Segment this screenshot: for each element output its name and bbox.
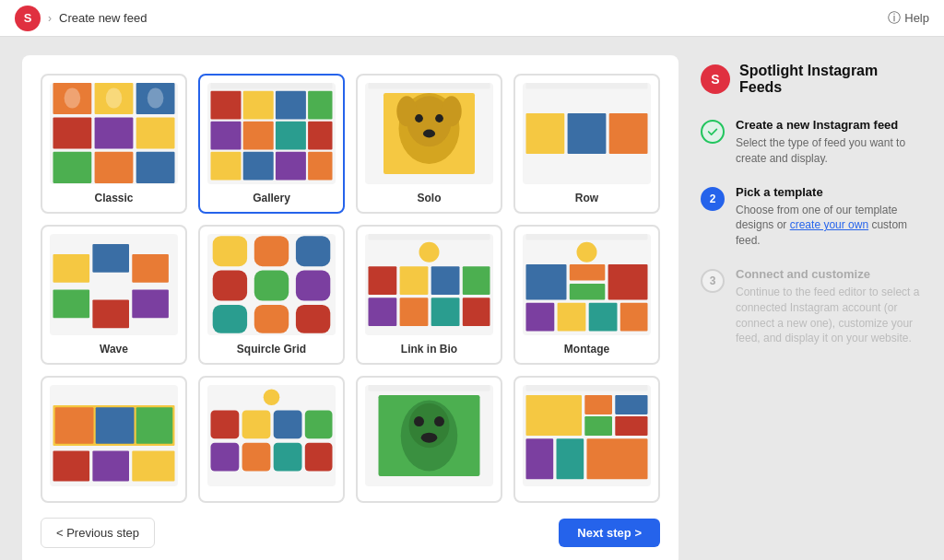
next-button[interactable]: Next step > — [559, 519, 660, 547]
svg-rect-61 — [431, 298, 460, 326]
svg-rect-65 — [526, 264, 567, 300]
template-name-classic: Classic — [94, 192, 133, 204]
panel-footer: < Previous step Next step > — [41, 518, 660, 548]
svg-rect-102 — [526, 438, 554, 479]
step-content-3: Connect and customize Continue to the fe… — [736, 267, 922, 346]
svg-rect-83 — [274, 411, 302, 439]
svg-rect-53 — [369, 234, 490, 240]
svg-rect-7 — [95, 152, 134, 183]
svg-rect-60 — [400, 298, 429, 326]
step-title-3: Connect and customize — [736, 267, 922, 281]
svg-rect-86 — [242, 443, 271, 472]
template-card-t9[interactable] — [41, 376, 187, 503]
template-card-t12[interactable] — [513, 376, 660, 503]
step-indicator-3: 3 — [701, 269, 725, 293]
svg-rect-57 — [431, 266, 460, 295]
svg-rect-24 — [308, 152, 332, 181]
svg-rect-98 — [584, 395, 612, 414]
help-button[interactable]: ⓘ Help — [888, 10, 929, 27]
svg-rect-88 — [305, 443, 333, 472]
template-preview-t12 — [523, 385, 651, 486]
svg-rect-15 — [276, 91, 306, 120]
svg-rect-21 — [211, 152, 242, 181]
sidebar: S Spotlight Instagram Feeds Create a new… — [701, 55, 922, 560]
svg-rect-67 — [570, 284, 606, 300]
svg-point-32 — [435, 114, 443, 122]
svg-point-95 — [421, 433, 438, 443]
svg-rect-42 — [92, 300, 129, 329]
svg-rect-96 — [526, 385, 648, 391]
steps-list: Create a new Instagram feed Select the t… — [701, 118, 922, 346]
sidebar-logo: S — [701, 64, 730, 94]
create-your-own-link[interactable]: create your own — [790, 218, 868, 231]
svg-rect-85 — [211, 443, 240, 472]
svg-rect-101 — [615, 416, 647, 436]
svg-point-54 — [419, 242, 440, 262]
svg-point-93 — [414, 416, 424, 426]
svg-rect-14 — [243, 91, 274, 120]
template-preview-montage — [523, 234, 651, 335]
svg-point-80 — [264, 389, 280, 405]
svg-rect-66 — [570, 264, 606, 281]
svg-rect-44 — [213, 236, 247, 266]
step-desc-3: Continue to the feed editor to select a … — [736, 285, 922, 346]
svg-rect-39 — [92, 244, 129, 273]
template-name-row: Row — [575, 192, 598, 204]
template-card-montage[interactable]: Montage — [513, 225, 660, 365]
template-card-classic[interactable]: Classic — [41, 74, 187, 214]
svg-rect-38 — [53, 254, 90, 283]
help-icon: ⓘ — [888, 10, 901, 27]
svg-rect-63 — [526, 234, 648, 240]
template-preview-row — [523, 83, 651, 184]
template-preview-solo — [365, 83, 493, 184]
svg-point-94 — [434, 416, 444, 426]
svg-rect-35 — [526, 113, 565, 154]
template-card-solo[interactable]: Solo — [356, 74, 502, 214]
step-item-2: 2 Pick a template Choose from one of our… — [701, 185, 922, 249]
svg-rect-20 — [308, 122, 332, 150]
svg-rect-37 — [609, 113, 648, 154]
svg-rect-75 — [96, 407, 135, 444]
svg-rect-55 — [369, 266, 397, 295]
template-name-montage: Montage — [564, 343, 609, 356]
template-card-t11[interactable] — [356, 376, 502, 503]
svg-rect-50 — [213, 305, 247, 333]
svg-rect-51 — [254, 305, 289, 333]
svg-point-33 — [423, 130, 435, 138]
svg-point-29 — [396, 96, 417, 126]
template-card-squircle-grid[interactable]: Squircle Grid — [198, 225, 345, 365]
step-title-1: Create a new Instagram feed — [736, 118, 922, 132]
svg-rect-46 — [296, 236, 330, 266]
template-name-wave: Wave — [100, 343, 128, 356]
template-card-row[interactable]: Row — [513, 74, 660, 214]
svg-rect-12 — [211, 83, 333, 89]
svg-rect-56 — [400, 266, 429, 295]
template-grid: Classic — [41, 74, 660, 503]
svg-rect-77 — [53, 451, 90, 482]
template-card-gallery[interactable]: Gallery — [198, 74, 345, 214]
svg-rect-100 — [584, 416, 612, 436]
svg-rect-4 — [95, 117, 134, 148]
svg-rect-16 — [308, 91, 332, 120]
svg-rect-97 — [526, 395, 583, 436]
svg-point-64 — [577, 242, 597, 262]
template-preview-t10 — [207, 385, 336, 486]
svg-rect-48 — [254, 271, 289, 301]
template-card-link-in-bio[interactable]: Link in Bio — [356, 225, 502, 365]
svg-point-9 — [65, 88, 81, 109]
template-card-t10[interactable] — [198, 376, 345, 503]
svg-rect-8 — [136, 152, 175, 183]
prev-button[interactable]: < Previous step — [41, 518, 155, 548]
svg-rect-49 — [296, 271, 330, 301]
svg-rect-81 — [211, 411, 240, 439]
step-desc-1: Select the type of feed you want to crea… — [736, 135, 922, 167]
sidebar-brand-name: Spotlight Instagram Feeds — [739, 63, 922, 96]
svg-rect-34 — [526, 83, 648, 89]
svg-rect-13 — [211, 91, 242, 120]
svg-rect-78 — [92, 451, 129, 482]
svg-rect-19 — [276, 122, 306, 150]
template-name-squircle-grid: Squircle Grid — [237, 343, 306, 356]
template-preview-t11 — [365, 385, 493, 486]
step-desc-2: Choose from one of our template designs … — [736, 203, 922, 249]
template-card-wave[interactable]: Wave — [41, 225, 187, 365]
